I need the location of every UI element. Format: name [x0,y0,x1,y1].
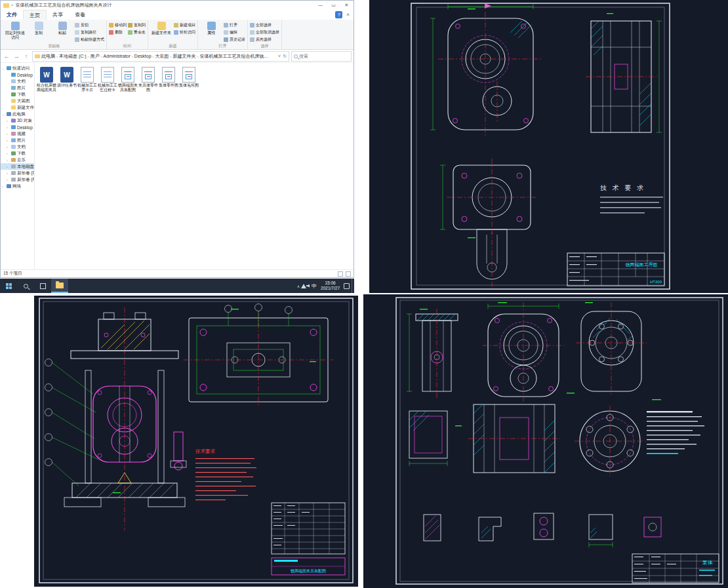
sidebar-item-desktop[interactable]: Desktop [1,71,34,78]
sidebar-item-documents[interactable]: 文档 [1,78,34,85]
breadcrumb-segment[interactable]: 此电脑 [41,53,55,60]
tray-expand-icon[interactable]: ∧ [296,284,301,288]
breadcrumb-segment[interactable]: Administrator [104,54,131,58]
file-item[interactable]: 泵体毛坯图 [180,67,198,92]
start-button[interactable] [0,279,17,293]
document-file-icon [81,67,94,83]
group-label-select: 选择 [250,43,279,49]
minimize-button[interactable]: — [315,1,326,10]
search-box[interactable] [291,51,352,62]
paste-button[interactable]: 粘贴 [51,20,73,35]
sidebar-item-new-folder[interactable]: 新建文件夹 [1,104,34,111]
volume-tray-icon[interactable] [306,284,310,288]
refresh-icon[interactable]: ↻ [283,54,287,59]
new-folder-icon [157,22,166,30]
navigation-pane: ⌄快速访问 Desktop 文档 图片 下载 大装图 新建文件夹 ⌄此电脑 ›3… [1,63,35,269]
pictures-icon [11,138,16,142]
copy-to-button[interactable]: 复制到 [128,22,146,28]
file-item[interactable]: 机械加工工艺过程卡 [98,67,117,92]
breadcrumb-segment[interactable]: 本地磁盘 (C:) [59,53,87,60]
sidebar-item-downloads[interactable]: 下载 [1,91,34,98]
maximize-button[interactable]: ▭ [328,1,339,10]
network-tray-icon[interactable] [301,284,306,288]
sidebar-item-documents-2[interactable]: ›文档 [1,144,34,150]
taskbar-search-button[interactable] [17,279,34,293]
sidebar-item-this-pc[interactable]: ⌄此电脑 [1,111,34,117]
breadcrumb-segment[interactable]: Desktop [134,54,152,58]
paste-shortcut-button[interactable]: 粘贴快捷方式 [75,37,104,43]
breadcrumb-segment-current[interactable]: 泵体机械加工工艺及组合机床铣两端面夹具设计 [200,53,272,60]
file-item[interactable]: 泵体零件图 [159,67,178,92]
screenshot-root: ˅ 泵体机械加工工艺及组合机床铣两端面夹具设计 — ▭ ✕ 文件 主页 共享 查… [0,0,728,588]
new-item-button[interactable]: 新建项目 [174,22,195,28]
delete-button[interactable]: 删除 [109,29,127,35]
sidebar-item-local-disk-c[interactable]: ›本地磁盘 (C:) [1,163,34,170]
group-label-new: 新建 [150,43,195,49]
open-button[interactable]: 打开 [224,22,245,28]
ribbon-collapse-icon[interactable]: ˄ [342,12,354,18]
sidebar-item-music[interactable]: ›音乐 [1,157,34,163]
disk-icon [11,171,16,175]
select-all-button[interactable]: 全部选择 [250,22,279,28]
up-button[interactable]: ↑ [22,53,30,60]
file-item[interactable]: 夹具体零件图 [139,67,157,92]
help-icon[interactable]: ? [335,11,342,18]
file-item[interactable]: W 组合机床铣两端面夹具设计说明书 [37,67,56,92]
breadcrumb-segment[interactable]: 新建文件夹 [173,53,196,60]
sidebar-item-desktop-2[interactable]: ›Desktop [1,124,34,130]
pin-to-quick-access-button[interactable]: 固定到快速访问 [4,20,26,40]
breadcrumb-segment[interactable]: 用户 [91,53,100,60]
rename-button[interactable]: 重命名 [128,29,146,35]
easy-access-button[interactable]: 轻松访问 [174,29,195,35]
move-to-button[interactable]: 移动到 [109,22,127,28]
history-button[interactable]: 历史记录 [224,37,245,43]
properties-button[interactable]: 属性 [200,20,222,35]
sidebar-item-downloads-2[interactable]: ›下载 [1,150,34,157]
task-view-button[interactable] [34,279,51,293]
tab-share[interactable]: 共享 [47,10,69,20]
new-folder-button[interactable]: 新建文件夹 [150,20,172,35]
show-desktop-button[interactable] [352,279,354,293]
sidebar-item-volume-f[interactable]: ›新加卷 (F:) [1,176,34,183]
details-view-button[interactable] [338,271,343,277]
assembly-title-text: 铣两端面夹具装配图 [290,568,326,574]
action-center-button[interactable] [344,283,350,289]
breadcrumb-segment[interactable]: 大装图 [155,53,169,60]
tab-view[interactable]: 查看 [69,10,91,20]
sidebar-item-pictures-2[interactable]: ›图片 [1,137,34,144]
sidebar-item-quick-access[interactable]: ⌄快速访问 [1,65,34,71]
select-none-button[interactable]: 全部取消选择 [250,29,279,35]
tab-file[interactable]: 文件 [1,10,23,20]
back-button[interactable]: ← [3,53,10,60]
tab-home[interactable]: 主页 [23,10,47,20]
cut-button[interactable]: 剪切 [75,22,104,28]
input-language-indicator[interactable]: 中 [310,283,319,290]
sidebar-item-network[interactable]: ›网络 [1,183,34,189]
file-name: 机械加工工序卡片 [77,83,97,92]
address-dropdown-icon[interactable]: ˅ [278,54,281,59]
sidebar-item-3d-objects[interactable]: ›3D 对象 [1,117,34,124]
sidebar-item-videos[interactable]: ›视频 [1,130,34,137]
copy-button[interactable]: 复制 [28,20,50,35]
file-item[interactable]: 机械加工工序卡片 [78,67,96,92]
quick-access-toolbar-dropdown-icon[interactable]: ˅ [11,3,14,7]
sidebar-item-volume-d[interactable]: ›新加卷 (D:) [1,170,34,176]
edit-button[interactable]: 编辑 [224,29,245,35]
copy-path-button[interactable]: 复制路径 [75,29,104,35]
ribbon-group-organize: 移动到 删除 复制到 重命名 组织 [107,20,148,49]
invert-selection-button[interactable]: 反向选择 [250,37,279,43]
dwg-file-icon [162,67,175,83]
sidebar-item-folder[interactable]: 大装图 [1,98,34,104]
group-label-clipboard: 剪贴板 [4,43,104,49]
clock[interactable]: 15:06 2021/7/27 [319,281,342,291]
close-button[interactable]: ✕ [341,1,352,10]
file-item[interactable]: W 设计任务书 [58,67,76,92]
sidebar-item-pictures[interactable]: 图片 [1,85,34,91]
file-explorer-taskbar-button[interactable] [51,279,68,293]
forward-button[interactable]: → [12,53,20,60]
search-input[interactable] [299,54,349,58]
breadcrumb[interactable]: 此电脑› 本地磁盘 (C:)› 用户› Administrator› Deskt… [32,51,289,62]
large-icons-view-button[interactable] [346,271,351,277]
drawing-title-text: 铣两端面工序图 [625,262,658,267]
file-item[interactable]: 铣两端面夹具装配图 [119,67,137,92]
